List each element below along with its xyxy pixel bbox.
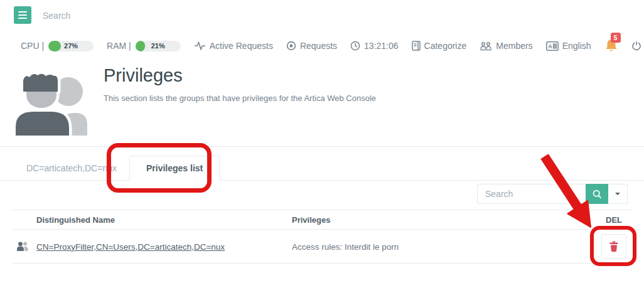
toolbar-item-clock: 13:21:06: [350, 41, 399, 51]
privileges-crown-icon: [13, 67, 88, 138]
toolbar-item-requests[interactable]: Requests: [286, 41, 337, 51]
tab-privileges-list[interactable]: Privileges list: [129, 156, 220, 181]
toolbar-item-categorize[interactable]: Categorize: [412, 41, 467, 51]
chevron-down-icon: [615, 193, 620, 195]
svg-text:A: A: [548, 43, 552, 50]
cpu-label: CPU |: [21, 41, 44, 51]
language-icon: A: [546, 41, 559, 51]
ram-label: RAM |: [107, 41, 131, 51]
delete-button[interactable]: [601, 234, 626, 259]
toolbar-item-members[interactable]: Members: [480, 41, 532, 51]
privileges-value: Access rules: Interdit le porn: [292, 242, 399, 252]
toolbar-item-active-requests[interactable]: Active Requests: [194, 41, 273, 51]
privileges-table: Distinguished Name Privileges DEL CN=Pro…: [13, 210, 631, 264]
search-submit-button[interactable]: [586, 184, 608, 204]
group-icon: [16, 241, 30, 252]
ram-meter: RAM | 21%: [107, 41, 181, 51]
book-icon: [412, 41, 421, 51]
table-header-row: Distinguished Name Privileges DEL: [13, 210, 631, 230]
clock-icon: [350, 41, 360, 51]
table-search: [477, 184, 628, 204]
column-distinguished-name: Distinguished Name: [36, 215, 292, 225]
hamburger-icon: [18, 11, 27, 13]
global-search-input[interactable]: [43, 9, 143, 23]
eye-icon: [286, 41, 296, 51]
notification-badge: 5: [611, 33, 621, 43]
table-row: CN=ProxyFilter,CN=Users,DC=articatech,DC…: [13, 230, 631, 264]
trash-icon: [609, 241, 619, 252]
power-icon: [631, 41, 641, 51]
ram-percent: 21%: [136, 41, 181, 51]
distinguished-name-link[interactable]: CN=ProxyFilter,CN=Users,DC=articatech,DC…: [36, 242, 225, 252]
column-del: DEL: [596, 215, 631, 225]
table-search-input[interactable]: [477, 184, 586, 204]
tab-bar: DC=articatech,DC=nux Privileges list: [0, 155, 644, 181]
page-title: Privileges: [104, 65, 376, 86]
search-options-button[interactable]: [608, 184, 628, 204]
column-privileges: Privileges: [292, 215, 596, 225]
search-icon: [593, 190, 602, 199]
page-subtitle: This section lists the groups that have …: [104, 93, 376, 103]
sidebar-toggle-button[interactable]: [14, 6, 31, 24]
header-divider: [0, 146, 644, 147]
cpu-percent: 27%: [48, 41, 94, 51]
pulse-icon: [194, 41, 206, 51]
toolbar-item-language[interactable]: A English: [546, 41, 591, 51]
notifications-button[interactable]: 5: [604, 38, 618, 54]
status-toolbar: CPU | 27% RAM | 21% Active Requests Requ…: [0, 35, 644, 56]
cpu-progress-bar: 27%: [48, 41, 94, 51]
users-icon: [480, 41, 492, 51]
cpu-meter: CPU | 27%: [21, 41, 94, 51]
ram-progress-bar: 21%: [136, 41, 181, 51]
logout-button[interactable]: Log out: [631, 41, 644, 51]
tab-dc-articatech[interactable]: DC=articatech,DC=nux: [14, 156, 129, 180]
